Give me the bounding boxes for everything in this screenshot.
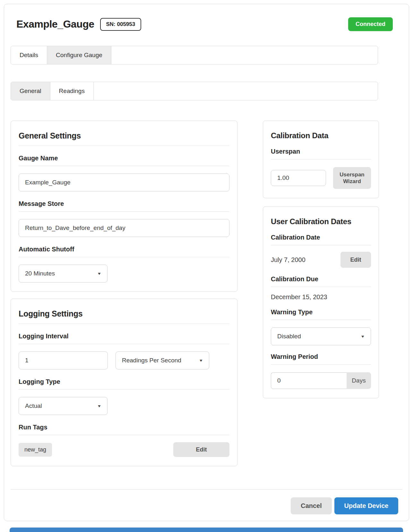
tab-configure-gauge[interactable]: Configure Gauge: [47, 46, 111, 64]
bottom-panel-edge: [10, 528, 403, 532]
warning-type-label: Warning Type: [271, 308, 371, 320]
logging-interval-input[interactable]: [19, 351, 108, 369]
chevron-down-icon: ▼: [199, 359, 203, 362]
warning-type-select[interactable]: Disabled ▼: [271, 327, 371, 345]
calibration-data-title: Calibration Data: [271, 131, 371, 140]
tab-readings[interactable]: Readings: [50, 82, 94, 100]
warning-period-unit-addon: Days: [347, 372, 371, 389]
logging-interval-label: Logging Interval: [19, 333, 229, 344]
tab-general[interactable]: General: [11, 82, 50, 100]
general-settings-panel: General Settings Gauge Name Message Stor…: [11, 121, 237, 292]
calibration-date-value: July 7, 2000: [271, 256, 305, 264]
chevron-down-icon: ▼: [360, 334, 365, 338]
device-card: Example_Gauge SN: 005953 Connected Detai…: [4, 4, 409, 521]
gauge-name-input[interactable]: [19, 173, 229, 191]
header: Example_Gauge SN: 005953 Connected: [11, 17, 402, 31]
logging-type-select[interactable]: Actual ▼: [19, 397, 108, 415]
calibration-due-label: Calibration Due: [271, 275, 371, 287]
calibration-due-value: December 15, 2023: [271, 293, 371, 301]
calibration-data-panel: Calibration Data Userspan Userspan Wizar…: [263, 121, 379, 198]
gauge-name-label: Gauge Name: [19, 155, 229, 166]
run-tags-edit-button[interactable]: Edit: [173, 442, 229, 457]
sub-tabbar: General Readings: [11, 82, 378, 100]
automatic-shutoff-value: 20 Minutes: [25, 270, 55, 277]
chevron-down-icon: ▼: [97, 272, 101, 275]
logging-settings-title: Logging Settings: [19, 309, 229, 318]
run-tags-label: Run Tags: [19, 424, 229, 435]
footer-divider: [11, 489, 402, 490]
run-tag-chip: new_tag: [19, 443, 52, 457]
logging-type-value: Actual: [25, 402, 42, 410]
general-settings-title: General Settings: [19, 131, 229, 140]
connected-status-badge: Connected: [348, 17, 393, 31]
footer-actions: Cancel Update Device: [11, 497, 402, 514]
serial-number-badge: SN: 005953: [100, 18, 142, 31]
divider: [19, 146, 229, 146]
message-store-input[interactable]: [19, 219, 229, 237]
userspan-label: Userspan: [271, 148, 371, 159]
divider: [19, 324, 229, 324]
logging-interval-unit-value: Readings Per Second: [122, 357, 181, 364]
chevron-down-icon: ▼: [97, 404, 101, 408]
automatic-shutoff-label: Automatic Shutoff: [19, 246, 229, 257]
warning-period-label: Warning Period: [271, 353, 371, 365]
userspan-wizard-button[interactable]: Userspan Wizard: [333, 167, 371, 189]
logging-settings-panel: Logging Settings Logging Interval Readin…: [11, 299, 237, 466]
calibration-date-label: Calibration Date: [271, 234, 371, 245]
cancel-button[interactable]: Cancel: [291, 497, 332, 514]
page-title: Example_Gauge: [16, 18, 94, 30]
warning-type-value: Disabled: [277, 333, 301, 340]
user-calibration-dates-panel: User Calibration Dates Calibration Date …: [263, 207, 379, 398]
userspan-input[interactable]: [271, 170, 326, 186]
logging-type-label: Logging Type: [19, 378, 229, 390]
calibration-date-edit-button[interactable]: Edit: [340, 252, 371, 268]
user-calibration-dates-title: User Calibration Dates: [271, 217, 371, 226]
warning-period-input[interactable]: [271, 372, 347, 389]
content-columns: General Settings Gauge Name Message Stor…: [11, 121, 402, 466]
logging-interval-unit-select[interactable]: Readings Per Second ▼: [116, 351, 209, 369]
message-store-label: Message Store: [19, 200, 229, 212]
update-device-button[interactable]: Update Device: [334, 497, 398, 514]
tab-details[interactable]: Details: [11, 46, 47, 64]
automatic-shutoff-select[interactable]: 20 Minutes ▼: [19, 265, 108, 283]
main-tabbar: Details Configure Gauge: [11, 46, 378, 64]
